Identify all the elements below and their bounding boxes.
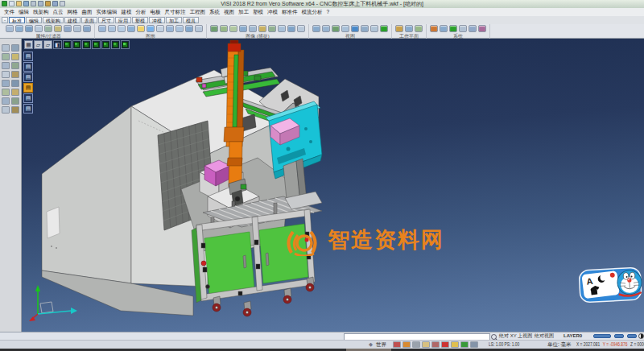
ribbon-icon[interactable] [287, 25, 295, 32]
ribbon-icon[interactable] [220, 25, 228, 32]
ribbon-icon[interactable] [278, 25, 286, 32]
menu-item[interactable]: 加工 [238, 8, 249, 16]
ribbon-icon[interactable] [322, 25, 330, 32]
ribbon-icon[interactable] [405, 25, 413, 32]
panel-icon[interactable] [2, 106, 10, 114]
grid-snap-icon[interactable] [470, 341, 478, 348]
selection-filter-icon[interactable]: ▤ [23, 52, 33, 61]
target-icon[interactable] [441, 341, 449, 348]
ribbon-icon[interactable] [118, 25, 126, 32]
tag-icon[interactable] [451, 341, 459, 348]
shaded-view-icon[interactable]: ▱ [43, 40, 52, 49]
magnifier-icon[interactable] [491, 334, 497, 340]
menu-item[interactable]: 电极 [151, 8, 161, 16]
panel-icon[interactable] [2, 97, 10, 105]
status-pill-1[interactable] [593, 334, 611, 338]
panel-icon[interactable] [11, 80, 19, 87]
viewport-3d[interactable] [22, 39, 644, 332]
panel-icon[interactable] [2, 53, 10, 60]
ribbon-icon[interactable] [469, 25, 477, 32]
wireframe-view-icon[interactable]: ▱ [34, 40, 43, 49]
toolbar-tab[interactable]: 冲模 [149, 17, 165, 23]
panel-icon[interactable] [2, 80, 10, 87]
ribbon-icon[interactable] [415, 25, 423, 32]
ribbon-icon[interactable] [449, 25, 457, 32]
info-toggle-icon[interactable]: ▤ [23, 104, 33, 114]
toolbar-tab[interactable]: 标准 [9, 17, 25, 23]
ribbon-icon[interactable] [268, 25, 276, 32]
panel-icon[interactable] [11, 44, 19, 52]
menu-item[interactable]: 线架构 [33, 8, 49, 16]
ribbon-icon[interactable] [185, 25, 193, 32]
status-pill-2[interactable] [614, 334, 624, 338]
ribbon-icon[interactable] [137, 25, 145, 32]
ribbon-icon[interactable] [147, 25, 155, 32]
folder-icon[interactable] [402, 341, 411, 348]
ribbon-icon[interactable] [332, 25, 340, 32]
hidden-line-view-icon[interactable]: ◧ [53, 40, 62, 49]
layer-manager-icon[interactable]: ▤ [23, 62, 33, 72]
ribbon-icon[interactable] [15, 25, 23, 32]
panel-icon[interactable] [2, 71, 10, 78]
ribbon-icon[interactable] [249, 25, 257, 32]
ribbon-icon[interactable] [25, 25, 33, 32]
ribbon-icon[interactable] [195, 25, 203, 32]
person-icon[interactable] [422, 341, 430, 348]
ribbon-icon[interactable] [98, 25, 106, 32]
menu-item[interactable]: 点云 [53, 8, 64, 16]
ribbon-icon[interactable] [395, 25, 403, 32]
flag-icon[interactable] [393, 341, 401, 348]
panel-icon[interactable] [2, 62, 10, 69]
menu-item[interactable]: 视图 [224, 8, 234, 16]
panel-icon[interactable] [11, 53, 19, 60]
toolbar-tab[interactable]: 应用 [115, 17, 131, 23]
ribbon-icon[interactable] [210, 25, 218, 32]
ribbon-icon[interactable] [229, 25, 237, 32]
ribbon-icon[interactable] [351, 25, 359, 32]
menu-item[interactable]: 工程图 [190, 8, 206, 16]
ribbon-icon[interactable] [341, 25, 349, 32]
ribbon-icon[interactable] [361, 25, 369, 32]
ribbon-icon[interactable] [73, 25, 81, 32]
ribbon-icon[interactable] [370, 25, 378, 32]
menu-item[interactable]: 网格 [68, 8, 78, 16]
ribbon-icon[interactable] [478, 25, 486, 32]
panel-icon[interactable] [11, 106, 19, 114]
ribbon-icon[interactable] [83, 25, 91, 32]
toolbar-collapse-button[interactable]: - [2, 17, 8, 23]
ribbon-icon[interactable] [166, 25, 174, 32]
panel-icon[interactable] [2, 89, 10, 96]
workplane-toggle-icon[interactable]: ▤ [23, 72, 33, 82]
ribbon-icon[interactable] [35, 25, 43, 32]
ribbon-icon[interactable] [6, 25, 14, 32]
clock-icon[interactable] [460, 341, 469, 348]
active-element-icon[interactable]: ▤ [23, 83, 33, 93]
menu-item[interactable]: 文件 [4, 8, 14, 16]
ribbon-icon[interactable] [459, 25, 467, 32]
menu-item[interactable]: 编辑 [19, 8, 29, 16]
toolbar-tab[interactable]: 编辑 [26, 17, 42, 23]
menu-item[interactable]: 曲面 [82, 8, 93, 16]
right-view-cube-icon[interactable] [101, 40, 110, 49]
back-view-cube-icon[interactable] [111, 40, 120, 49]
ribbon-icon[interactable] [44, 25, 52, 32]
ribbon-icon[interactable] [175, 25, 184, 32]
left-view-cube-icon[interactable] [92, 40, 101, 49]
menu-item[interactable]: 塑模 [253, 8, 263, 16]
menu-item[interactable]: 冲模 [267, 8, 278, 16]
panel-icon[interactable] [2, 44, 10, 52]
ribbon-icon[interactable] [258, 25, 266, 32]
ribbon-icon[interactable] [297, 25, 305, 32]
status-pill-3[interactable] [627, 334, 637, 338]
menu-item[interactable]: 尺寸标注 [165, 8, 186, 16]
snap-mode-label[interactable]: 世界 [376, 341, 386, 349]
toolbar-tab[interactable]: 塑模 [132, 17, 148, 23]
lock-toggle-icon[interactable]: ▤ [23, 93, 33, 103]
view-mode-label[interactable]: 绝对视图 [535, 332, 554, 340]
toolbar-tab[interactable]: 模具 [183, 17, 199, 23]
iso-view-cube-icon[interactable] [63, 40, 72, 49]
top-view-cube-icon[interactable] [82, 40, 91, 49]
toolbar-tab[interactable]: 加工 [166, 17, 182, 23]
ribbon-icon[interactable] [54, 25, 62, 32]
panel-icon[interactable] [11, 71, 19, 78]
